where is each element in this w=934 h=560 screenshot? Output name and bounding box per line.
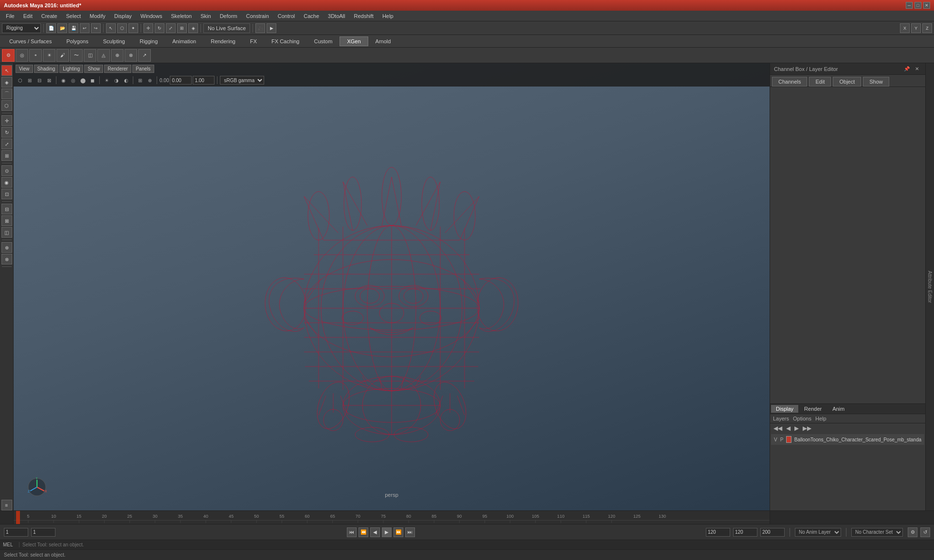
x-axis-button[interactable]: X [900,23,910,33]
layer-visibility[interactable]: V [774,437,777,442]
vp-field2-input[interactable] [193,76,215,85]
paint-ops-lt[interactable]: ◈ [1,77,12,88]
shelf-constrain-icon[interactable]: ⊕ [111,49,124,62]
layer-nav-first[interactable]: ◀◀ [772,424,784,432]
vp-icon1[interactable]: ⬡ [16,76,24,85]
frame-start-input[interactable] [4,528,28,537]
layer-nav-prev[interactable]: ◀ [785,424,792,432]
vp-icon3[interactable]: ⊟ [35,76,44,85]
snap-lt[interactable]: ⊡ [1,189,12,199]
menu-modify[interactable]: Modify [86,12,109,20]
sculpt-lt[interactable]: ⊙ [1,165,12,176]
tab-sculpting[interactable]: Sculpting [96,36,132,46]
extrude-lt[interactable]: ⊠ [1,215,12,226]
vp-renderer-menu[interactable]: Renderer [104,65,131,73]
blend-lt[interactable]: ⊕ [1,242,12,253]
tab-channels[interactable]: Channels [772,77,807,87]
menu-deform[interactable]: Deform [216,12,241,20]
tab-polygons[interactable]: Polygons [59,36,95,46]
lasso-lt[interactable]: ⬡ [1,100,12,111]
close-button[interactable]: ✕ [923,2,930,9]
timeline-track[interactable]: 5 10 15 20 25 30 35 40 45 50 55 60 65 70… [14,511,770,524]
menu-windows[interactable]: Windows [137,12,166,20]
anim-layer-selector[interactable]: No Anim Layer [795,528,841,537]
step-back-button[interactable]: ⏪ [359,527,368,537]
shelf-deform-icon[interactable]: ◬ [97,49,110,62]
select-tool-lt[interactable]: ↖ [1,65,12,76]
menu-redshift[interactable]: Redshift [350,12,377,20]
tab-anim-layers[interactable]: Anim [827,405,849,413]
menu-display[interactable]: Display [110,12,136,20]
shelf-display-icon[interactable]: ◎ [16,49,28,62]
shelf-render-icon[interactable]: ⚬ [29,49,42,62]
vp-icon4[interactable]: ⊠ [45,76,54,85]
paint-select-button[interactable]: ✦ [128,23,138,33]
playback-settings-button[interactable]: ⚙ [908,527,917,537]
vp-shading-menu[interactable]: Shading [34,65,59,73]
frame-end2-input[interactable] [733,528,757,537]
z-axis-button[interactable]: Z [922,23,932,33]
frame-current-input[interactable] [31,528,55,537]
color-space-selector[interactable]: sRGB gamma [220,76,264,85]
rp-pin-button[interactable]: 📌 [902,65,911,73]
menu-create[interactable]: Create [37,12,61,20]
layer-nav-next[interactable]: ▶ [793,424,800,432]
tab-fx[interactable]: FX [243,36,264,46]
menu-edit[interactable]: Edit [19,12,36,20]
vp-field1-input[interactable] [170,76,192,85]
redo-button[interactable]: ↪ [91,23,101,33]
vp-camera-icon[interactable]: ⊕ [145,76,154,85]
menu-cache[interactable]: Cache [300,12,323,20]
tab-xgen[interactable]: XGen [340,36,368,46]
menu-control[interactable]: Control [274,12,299,20]
tab-show[interactable]: Show [863,77,889,87]
tab-display-layers[interactable]: Display [771,405,798,413]
menu-file[interactable]: File [2,12,18,20]
layer-color-swatch[interactable] [786,436,791,443]
prop-lt[interactable]: ◉ [1,177,12,188]
wire-lt[interactable]: ⊟ [1,204,12,214]
curve-tool-lt[interactable]: ⌒ [1,88,12,99]
rotate-tool-button[interactable]: ↻ [155,23,164,33]
render-button[interactable]: ▶ [267,23,276,33]
menu-select[interactable]: Select [62,12,85,20]
bevel-lt[interactable]: ◫ [1,227,12,238]
move-tool-button[interactable]: ✛ [144,23,153,33]
play-back-button[interactable]: ◀ [370,527,380,537]
tab-custom[interactable]: Custom [307,36,340,46]
step-forward-button[interactable]: ⏩ [394,527,403,537]
menu-skeleton[interactable]: Skeleton [167,12,196,20]
frame-end-input[interactable] [706,528,730,537]
3d-viewport[interactable]: View Shading Lighting Show Renderer Pane… [14,63,770,510]
menu-constrain[interactable]: Constrain [242,12,273,20]
shelf-dynamics-icon[interactable]: ⊗ [125,49,137,62]
maximize-button[interactable]: □ [915,2,921,9]
shelf-surface-icon[interactable]: ◫ [84,49,96,62]
vp-ao-icon[interactable]: ◐ [122,76,130,85]
tab-curves-surfaces[interactable]: Curves / Surfaces [2,36,59,46]
tab-fx-caching[interactable]: FX Caching [264,36,306,46]
tab-animation[interactable]: Animation [165,36,203,46]
universal-lt[interactable]: ⊞ [1,150,12,161]
play-forward-button[interactable]: ▶ [382,527,392,537]
open-scene-button[interactable]: 📂 [57,23,67,33]
loop-button[interactable]: ↺ [920,527,930,537]
attribute-editor-tab[interactable]: Attribute Editor [925,63,934,510]
save-scene-button[interactable]: 💾 [69,23,78,33]
tab-rendering[interactable]: Rendering [203,36,243,46]
vp-grid-icon[interactable]: ⊞ [136,76,144,85]
command-language-label[interactable]: MEL [0,542,19,547]
shelf-curve-icon[interactable]: 〜 [70,49,83,62]
tab-object[interactable]: Object [833,77,861,87]
layer-header-options[interactable]: Options [793,416,811,421]
cluster-lt[interactable]: ⊗ [1,254,12,264]
minimize-button[interactable]: ─ [906,2,913,9]
layer-playback[interactable]: P [780,437,784,442]
character-set-selector[interactable]: No Character Set [851,528,903,537]
vp-show-menu[interactable]: Show [84,65,103,73]
rp-close-button[interactable]: ✕ [913,65,921,73]
vp-light-icon[interactable]: ☀ [102,76,111,85]
tab-rigging[interactable]: Rigging [132,36,165,46]
menu-3dtoa[interactable]: 3DtoAll [324,12,349,20]
menu-skin[interactable]: Skin [197,12,215,20]
